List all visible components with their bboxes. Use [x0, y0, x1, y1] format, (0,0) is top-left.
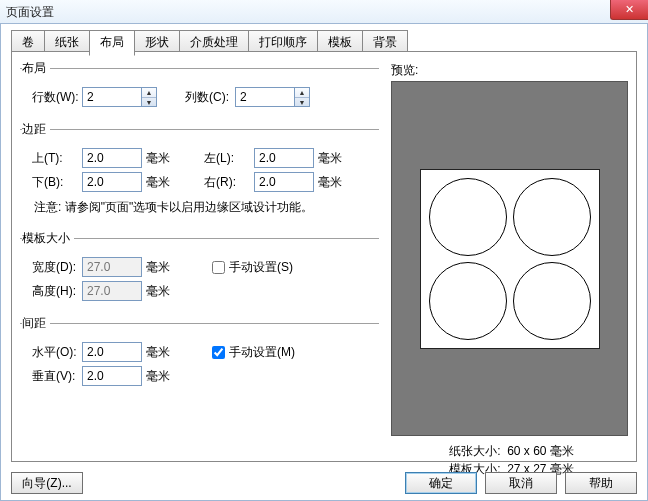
cols-spinner[interactable]: ▲▼	[295, 87, 310, 107]
rows-spinner[interactable]: ▲▼	[142, 87, 157, 107]
template-manual-checkbox[interactable]: 手动设置(S)	[212, 259, 293, 276]
spacing-manual-checkbox[interactable]: 手动设置(M)	[212, 344, 295, 361]
margin-right-unit: 毫米	[314, 174, 348, 191]
template-height-label: 高度(H):	[26, 283, 82, 300]
cols-input[interactable]	[235, 87, 295, 107]
help-button[interactable]: 帮助	[565, 472, 637, 494]
preview-disc	[513, 262, 591, 340]
window-titlebar: 页面设置 ✕	[0, 0, 648, 24]
group-layout: 布局 行数(W): ▲▼ 列数(C): ▲▼	[20, 60, 379, 113]
ok-button[interactable]: 确定	[405, 472, 477, 494]
margin-left-input[interactable]	[254, 148, 314, 168]
preview-box	[391, 81, 628, 436]
rows-label: 行数(W):	[26, 89, 82, 106]
template-height-input	[82, 281, 142, 301]
window-title: 页面设置	[6, 5, 54, 19]
group-spacing-legend: 间距	[22, 315, 50, 332]
spacing-manual-label: 手动设置(M)	[229, 344, 295, 361]
spacing-h-input[interactable]	[82, 342, 142, 362]
spacing-v-input[interactable]	[82, 366, 142, 386]
group-template-legend: 模板大小	[22, 230, 74, 247]
template-manual-label: 手动设置(S)	[229, 259, 293, 276]
spacing-manual-input[interactable]	[212, 346, 225, 359]
wizard-button[interactable]: 向导(Z)...	[11, 472, 83, 494]
preview-disc	[513, 178, 591, 256]
template-width-unit: 毫米	[142, 259, 176, 276]
margin-right-label: 右(R):	[198, 174, 254, 191]
button-bar: 向导(Z)... 确定 取消 帮助	[11, 472, 637, 494]
margin-left-label: 左(L):	[198, 150, 254, 167]
group-template-size: 模板大小 宽度(D): 毫米 手动设置(S) 高度(H): 毫米	[20, 230, 379, 307]
preview-paper	[420, 169, 600, 349]
template-width-label: 宽度(D):	[26, 259, 82, 276]
margin-top-label: 上(T):	[26, 150, 82, 167]
spacing-h-label: 水平(O):	[26, 344, 82, 361]
spacing-v-label: 垂直(V):	[26, 368, 82, 385]
cols-label: 列数(C):	[179, 89, 235, 106]
margin-top-unit: 毫米	[142, 150, 176, 167]
rows-input[interactable]	[82, 87, 142, 107]
group-margins: 边距 上(T): 毫米 左(L): 毫米 下(B): 毫米 右(R):	[20, 121, 379, 222]
tab-layout[interactable]: 布局	[89, 30, 135, 56]
margin-bottom-label: 下(B):	[26, 174, 82, 191]
group-layout-legend: 布局	[22, 60, 50, 77]
margin-right-input[interactable]	[254, 172, 314, 192]
spacing-h-unit: 毫米	[142, 344, 176, 361]
margin-bottom-unit: 毫米	[142, 174, 176, 191]
close-button[interactable]: ✕	[610, 0, 648, 20]
paper-size-value: 60 x 60 毫米	[507, 444, 574, 458]
template-manual-input[interactable]	[212, 261, 225, 274]
client-area: 卷 纸张 布局 形状 介质处理 打印顺序 模板 背景 布局 行数(W): ▲▼ …	[0, 24, 648, 501]
margin-top-input[interactable]	[82, 148, 142, 168]
margin-bottom-input[interactable]	[82, 172, 142, 192]
preview-label: 预览:	[391, 62, 636, 79]
group-spacing: 间距 水平(O): 毫米 手动设置(M) 垂直(V): 毫米	[20, 315, 379, 392]
margin-left-unit: 毫米	[314, 150, 348, 167]
spacing-v-unit: 毫米	[142, 368, 176, 385]
cancel-button[interactable]: 取消	[485, 472, 557, 494]
template-width-input	[82, 257, 142, 277]
paper-size-label: 纸张大小:	[449, 444, 500, 458]
template-height-unit: 毫米	[142, 283, 176, 300]
tab-page-layout: 布局 行数(W): ▲▼ 列数(C): ▲▼ 边距 上(T): 毫米	[11, 51, 637, 462]
preview-disc	[429, 262, 507, 340]
margins-note: 注意: 请参阅"页面"选项卡以启用边缘区域设计功能。	[26, 196, 379, 220]
group-margins-legend: 边距	[22, 121, 50, 138]
preview-disc	[429, 178, 507, 256]
